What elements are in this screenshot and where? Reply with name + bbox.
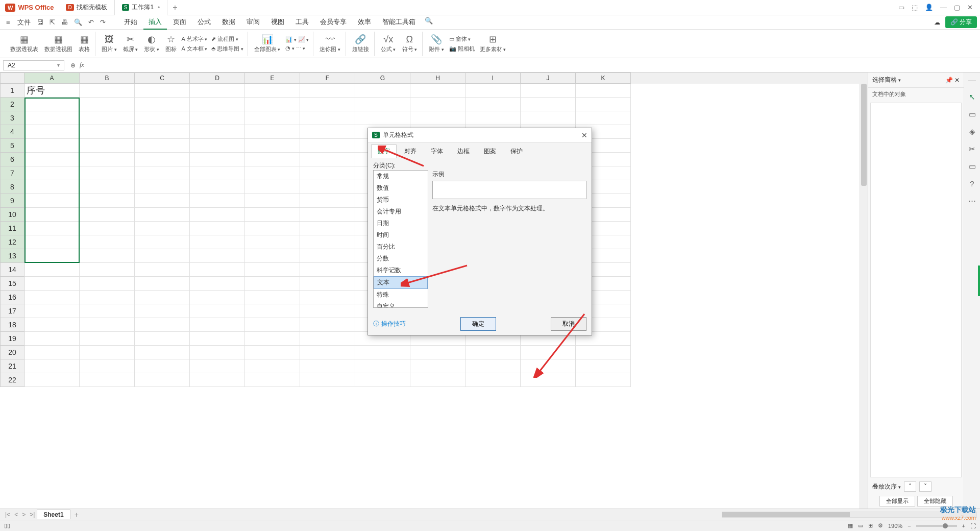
cell[interactable]: [300, 359, 355, 373]
ok-button[interactable]: 确定: [460, 317, 496, 331]
cell[interactable]: [24, 346, 80, 359]
cell[interactable]: [410, 346, 465, 359]
maximize-icon[interactable]: ▢: [954, 4, 960, 11]
cell[interactable]: [355, 98, 410, 111]
row-header[interactable]: 7: [0, 166, 24, 180]
down-button[interactable]: ˅: [919, 481, 932, 492]
hyperlink-button[interactable]: 🔗超链接: [351, 32, 370, 56]
select-icon[interactable]: ↖: [969, 92, 975, 102]
cell[interactable]: [190, 249, 245, 263]
dlg-tab-number[interactable]: 数字: [371, 144, 397, 158]
more-assets-button[interactable]: ⊞更多素材: [479, 32, 507, 56]
cell[interactable]: [80, 304, 135, 318]
category-item[interactable]: 科学记数: [374, 264, 428, 276]
print-icon[interactable]: 🖶: [58, 17, 71, 28]
cell[interactable]: [190, 277, 245, 291]
cell[interactable]: [300, 111, 355, 125]
doc-tab-workbook[interactable]: 工作簿1 •: [115, 0, 168, 15]
col-header[interactable]: K: [576, 73, 631, 84]
cell[interactable]: [190, 111, 245, 125]
cell[interactable]: [135, 359, 190, 373]
cell[interactable]: [355, 373, 410, 387]
cell[interactable]: [190, 166, 245, 180]
share-button[interactable]: 🔗 分享: [945, 16, 977, 28]
cell[interactable]: [135, 84, 190, 98]
cell[interactable]: [576, 346, 631, 359]
cell[interactable]: [300, 180, 355, 194]
row-header[interactable]: 11: [0, 222, 24, 235]
col-header[interactable]: I: [465, 73, 521, 84]
cell[interactable]: [521, 111, 576, 125]
dlg-tab-align[interactable]: 对齐: [398, 144, 423, 158]
cell[interactable]: [521, 373, 576, 387]
cell[interactable]: [410, 373, 465, 387]
cell[interactable]: [245, 235, 300, 249]
cell[interactable]: [24, 373, 80, 387]
tab-page[interactable]: 页面: [168, 15, 191, 30]
cell[interactable]: [245, 291, 300, 304]
screen-icon[interactable]: ▭: [969, 162, 976, 171]
cell[interactable]: [135, 153, 190, 166]
select-all-corner[interactable]: [0, 73, 24, 84]
cell[interactable]: [245, 304, 300, 318]
cell[interactable]: [300, 291, 355, 304]
cell[interactable]: [300, 194, 355, 208]
row-header[interactable]: 19: [0, 332, 24, 346]
cell[interactable]: [190, 222, 245, 235]
category-item[interactable]: 自定义: [374, 301, 428, 308]
cell[interactable]: [190, 125, 245, 139]
cell[interactable]: [300, 346, 355, 359]
expand-icon[interactable]: ⊕: [70, 62, 76, 69]
cell[interactable]: [465, 359, 521, 373]
cell[interactable]: [135, 263, 190, 277]
cell[interactable]: [300, 98, 355, 111]
cell[interactable]: [190, 359, 245, 373]
view-split-icon[interactable]: ⊞: [868, 522, 873, 529]
mindmap-button[interactable]: ⬘思维导图: [211, 45, 243, 53]
image-button[interactable]: 🖼图片: [101, 32, 118, 56]
row-header[interactable]: 17: [0, 304, 24, 318]
show-all-button[interactable]: 全部显示: [879, 496, 915, 506]
avatar-icon[interactable]: 👤: [925, 4, 933, 11]
cell[interactable]: [24, 111, 80, 125]
cell[interactable]: [521, 84, 576, 98]
cell[interactable]: [245, 249, 300, 263]
horizontal-scrollbar[interactable]: [722, 512, 977, 518]
tab-review[interactable]: 审阅: [241, 15, 265, 30]
view-page-icon[interactable]: ▭: [858, 522, 863, 529]
cell[interactable]: [521, 346, 576, 359]
bar-chart-icon[interactable]: 📊: [285, 36, 297, 43]
cell[interactable]: [24, 318, 80, 332]
textbox-button[interactable]: A文本框: [182, 45, 208, 53]
first-sheet-icon[interactable]: |<: [3, 511, 12, 518]
cell[interactable]: [190, 139, 245, 153]
shapes-button[interactable]: ◐形状: [143, 32, 160, 56]
cell[interactable]: [135, 249, 190, 263]
cell[interactable]: [24, 359, 80, 373]
zoom-slider[interactable]: [916, 525, 957, 527]
next-sheet-icon[interactable]: >: [20, 511, 28, 518]
zoom-in-icon[interactable]: +: [962, 523, 965, 529]
form-control-button[interactable]: ▭窗体: [449, 35, 475, 43]
cell[interactable]: [300, 263, 355, 277]
cell[interactable]: [465, 111, 521, 125]
cell[interactable]: [245, 153, 300, 166]
sheet-tab[interactable]: Sheet1: [37, 510, 70, 519]
cell[interactable]: [135, 139, 190, 153]
cell[interactable]: [465, 373, 521, 387]
collapse-icon[interactable]: —: [968, 76, 976, 84]
cell[interactable]: [80, 332, 135, 346]
cell[interactable]: [576, 84, 631, 98]
cell[interactable]: [190, 153, 245, 166]
cell[interactable]: [135, 222, 190, 235]
cell[interactable]: [190, 318, 245, 332]
cell[interactable]: [135, 98, 190, 111]
cell[interactable]: [576, 98, 631, 111]
cell[interactable]: [24, 208, 80, 222]
cell[interactable]: [300, 166, 355, 180]
row-header[interactable]: 8: [0, 180, 24, 194]
sort-order[interactable]: 叠放次序: [872, 482, 901, 491]
tab-data[interactable]: 数据: [217, 15, 240, 30]
icons-button[interactable]: ☆图标: [164, 32, 178, 56]
cell[interactable]: [300, 304, 355, 318]
